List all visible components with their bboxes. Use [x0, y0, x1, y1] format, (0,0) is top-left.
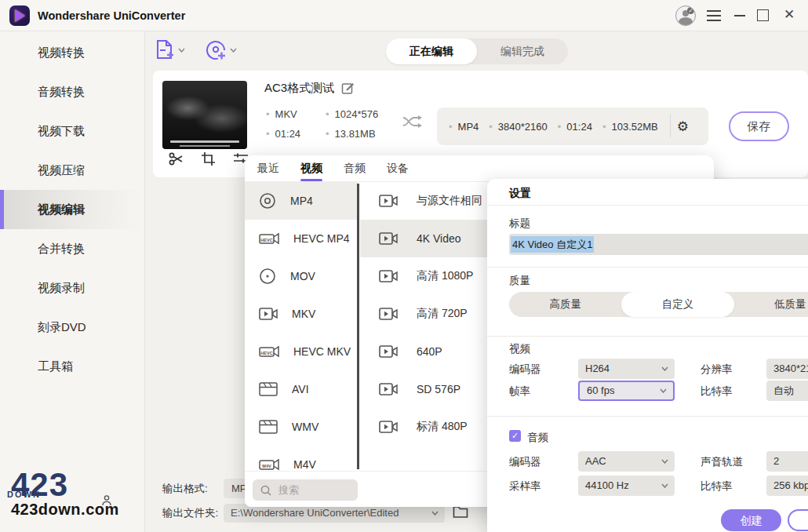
format-label: MOV: [290, 270, 315, 282]
video-camera-icon: [379, 381, 398, 397]
search-input[interactable]: [278, 484, 349, 496]
video-bitrate-label: 比特率: [701, 384, 733, 399]
search-box[interactable]: [253, 479, 358, 501]
video-resolution-value[interactable]: 3840*2160: [766, 359, 808, 379]
source-format: MKV: [266, 108, 326, 120]
sidebar-item-video-convert[interactable]: 视频转换: [0, 33, 144, 72]
resolution-label: SD 576P: [417, 383, 460, 395]
format-label: MKV: [292, 308, 315, 320]
format-item-mkv[interactable]: MKV: [245, 295, 358, 333]
resolution-label: 640P: [417, 345, 442, 358]
minimize-button[interactable]: [734, 15, 745, 16]
output-size: 103.52MB: [602, 121, 658, 133]
format-popup-tabs: 最近 视频 音频 设备: [245, 155, 714, 182]
chevron-down-icon: [661, 366, 668, 371]
format-label: AVI: [292, 383, 309, 395]
disc-icon: [259, 192, 276, 210]
video-camera-icon: [379, 344, 398, 359]
source-resolution: 1024*576: [326, 108, 378, 120]
tab-edit-done[interactable]: 编辑完成: [477, 38, 568, 64]
audio-encoder-select[interactable]: AAC: [578, 451, 675, 472]
quality-low[interactable]: 低质量: [734, 292, 808, 317]
create-button[interactable]: 创建: [721, 509, 781, 531]
tab-audio[interactable]: 音频: [344, 155, 366, 182]
sidebar-item-audio-convert[interactable]: 音频转换: [0, 72, 144, 111]
video-camera-icon: [259, 306, 278, 322]
output-format-label: 输出格式:: [162, 482, 208, 496]
tab-editing[interactable]: 正在编辑: [386, 38, 477, 64]
format-label: MP4: [290, 195, 313, 207]
audio-samplerate-select[interactable]: 44100 Hz: [578, 476, 675, 496]
sidebar-item-merge-convert[interactable]: 合并转换: [0, 229, 144, 268]
search-icon: [260, 485, 271, 496]
format-item-mov[interactable]: MOV: [245, 257, 358, 295]
format-item-wmv[interactable]: WMV: [245, 408, 358, 446]
sidebar-item-screen-record[interactable]: 视频录制: [0, 268, 144, 308]
format-item-avi[interactable]: AVI: [245, 370, 358, 408]
crop-icon[interactable]: [201, 151, 216, 166]
audio-samplerate-label: 采样率: [509, 479, 541, 494]
tab-recent[interactable]: 最近: [257, 155, 279, 182]
audio-section-label: 音频: [527, 431, 548, 445]
sidebar-item-video-download[interactable]: 视频下载: [0, 111, 144, 151]
video-encoder-select[interactable]: H264: [578, 359, 675, 379]
resolution-label: 高清 720P: [417, 307, 468, 321]
audio-checkbox[interactable]: ✓: [509, 430, 521, 442]
resolution-label: 4K Video: [417, 232, 461, 245]
format-list-scrollbar[interactable]: [357, 184, 359, 469]
svg-text:M4V: M4V: [262, 464, 271, 468]
video-bitrate-value[interactable]: 自动: [766, 381, 808, 401]
quality-high[interactable]: 高质量: [509, 292, 621, 317]
sidebar-item-video-edit[interactable]: 视频编辑: [0, 190, 144, 229]
title-label: 标题: [509, 217, 530, 231]
chevron-down-icon: [661, 483, 668, 488]
format-item-hevc-mp4[interactable]: HEVC HEVC MP4: [245, 220, 358, 257]
video-camera-icon: [379, 193, 398, 209]
format-item-mp4[interactable]: MP4: [245, 182, 358, 220]
save-button[interactable]: 保存: [729, 111, 789, 141]
format-item-hevc-mkv[interactable]: HEVC HEVC MKV: [245, 333, 358, 370]
video-thumbnail[interactable]: [162, 81, 247, 149]
format-label: WMV: [292, 421, 318, 433]
rename-icon[interactable]: [341, 82, 355, 95]
clapperboard-icon: [259, 381, 278, 397]
add-file-button[interactable]: [155, 39, 185, 61]
output-folder-path: E:\Wondershare UniConverter\Edited: [231, 507, 399, 519]
watermark: 423DOWN 423down.com: [11, 469, 136, 518]
trim-scissors-icon[interactable]: [169, 151, 184, 166]
format-label: HEVC MP4: [293, 232, 350, 245]
audio-bitrate-value[interactable]: 256 kbps: [766, 476, 808, 496]
title-input[interactable]: 4K Video 自定义1: [509, 234, 808, 255]
audio-channels-value[interactable]: 2: [766, 451, 808, 472]
quality-label: 质量: [509, 274, 530, 288]
video-encoder-label: 编码器: [509, 363, 541, 377]
quality-segmented-control: 高质量 自定义 低质量: [509, 292, 808, 317]
chevron-down-icon: [178, 48, 185, 53]
contact-icon[interactable]: [100, 494, 113, 507]
menu-icon[interactable]: [707, 10, 721, 21]
video-encoder-value: H264: [585, 363, 610, 374]
svg-text:HEVC: HEVC: [260, 351, 273, 355]
quality-custom[interactable]: 自定义: [621, 292, 733, 317]
sidebar-item-burn-dvd[interactable]: 刻录DVD: [0, 308, 144, 347]
edit-tools: [169, 151, 249, 166]
chevron-down-icon: [660, 388, 667, 393]
account-avatar-icon[interactable]: ✓: [675, 5, 696, 26]
tab-video[interactable]: 视频: [300, 155, 322, 182]
output-info-box: MP4 3840*2160 01:24 103.52MB ⚙: [437, 107, 708, 145]
maximize-button[interactable]: [757, 9, 769, 21]
video-framerate-select[interactable]: 60 fps: [578, 381, 675, 401]
sidebar-item-video-compress[interactable]: 视频压缩: [0, 151, 144, 190]
sidebar: 视频转换 音频转换 视频下载 视频压缩 视频编辑 合并转换 视频录制 刻录DVD…: [0, 31, 145, 532]
video-section-label: 视频: [509, 342, 530, 356]
close-button[interactable]: ✕: [782, 6, 796, 24]
source-duration: 01:24: [266, 128, 326, 140]
secondary-action-button[interactable]: [788, 509, 808, 531]
tab-device[interactable]: 设备: [387, 155, 409, 182]
output-settings-gear-icon[interactable]: ⚙: [674, 118, 692, 135]
load-dvd-button[interactable]: [205, 39, 237, 61]
sidebar-item-toolbox[interactable]: 工具箱: [0, 347, 144, 386]
video-resolution-label: 分辨率: [701, 363, 733, 377]
format-item-m4v[interactable]: M4V M4V: [245, 446, 358, 471]
video-framerate-value: 60 fps: [587, 384, 614, 396]
